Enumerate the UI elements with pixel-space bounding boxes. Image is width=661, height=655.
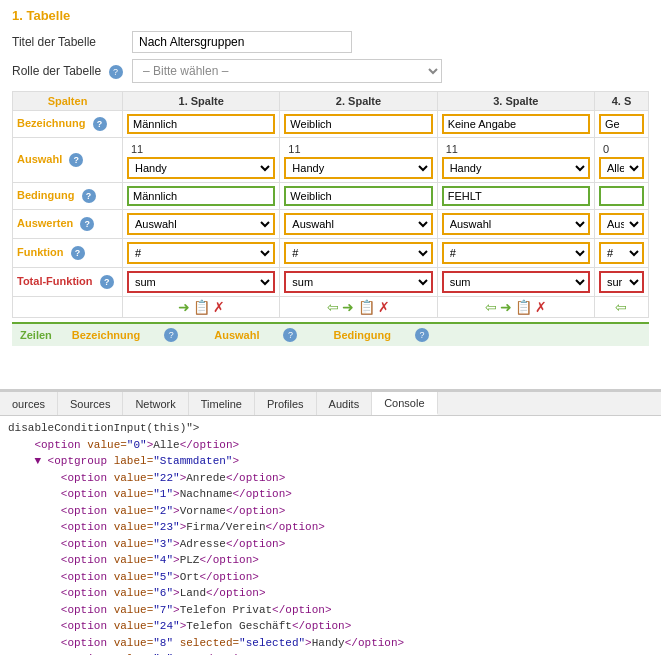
tab-timeline[interactable]: Timeline xyxy=(189,392,255,415)
bedingung-help-icon[interactable]: ? xyxy=(82,189,96,203)
actions-label-cell xyxy=(13,297,123,318)
left-col2-btn[interactable]: ⇦ xyxy=(327,299,339,315)
code-line-2: ▼ <optgroup label="Stammdaten"> xyxy=(8,453,653,470)
bezeichnung-col1-input[interactable] xyxy=(127,114,275,134)
totalfunktion-col1-cell: sum xyxy=(123,268,280,297)
bezeichnung-help-icon[interactable]: ? xyxy=(93,117,107,131)
code-line-1: <option value="0">Alle</option> xyxy=(8,437,653,454)
auswahl-row: Auswahl ? 11 Handy 11 Handy 11 xyxy=(13,138,649,183)
auswerten-col1-select[interactable]: Auswahl xyxy=(127,213,275,235)
auswerten-help-icon[interactable]: ? xyxy=(80,217,94,231)
auswerten-col3-select[interactable]: Auswahl xyxy=(442,213,590,235)
auswahl-col1-select[interactable]: Handy xyxy=(127,157,275,179)
auswerten-col2-select[interactable]: Auswahl xyxy=(284,213,432,235)
bedingung-row: Bedingung ? xyxy=(13,183,649,210)
code-line-6: <option value="23">Firma/Verein</option> xyxy=(8,519,653,536)
funktion-help-icon[interactable]: ? xyxy=(71,246,85,260)
actions-col1-cell: ➜ 📋 ✗ xyxy=(123,297,280,318)
right-col3-btn[interactable]: ➜ xyxy=(500,299,512,315)
role-field-label: Rolle der Tabelle ? xyxy=(12,64,132,79)
right-col2-btn[interactable]: ➜ xyxy=(342,299,354,315)
funktion-col4-select[interactable]: # xyxy=(599,242,644,264)
funktion-row: Funktion ? # # # xyxy=(13,239,649,268)
bezeichnung-row: Bezeichnung ? xyxy=(13,111,649,138)
code-line-8: <option value="4">PLZ</option> xyxy=(8,552,653,569)
funktion-col3-cell: # xyxy=(437,239,594,268)
delete-col2-btn[interactable]: ✗ xyxy=(378,299,390,315)
bedingung-col4-input[interactable] xyxy=(599,186,644,206)
actions-row: ➜ 📋 ✗ ⇦ ➜ 📋 ✗ ⇦ ➜ 📋 ✗ ⇦ xyxy=(13,297,649,318)
totalfunktion-col2-cell: sum xyxy=(280,268,437,297)
auswahl-col4-select[interactable]: Alle xyxy=(599,157,644,179)
copy-col1-btn[interactable]: 📋 xyxy=(193,299,210,315)
bezeichnung-zeilen-help[interactable]: ? xyxy=(164,328,178,342)
tab-console[interactable]: Console xyxy=(372,392,437,415)
totalfunktion-col3-select[interactable]: sum xyxy=(442,271,590,293)
funktion-col2-select[interactable]: # xyxy=(284,242,432,264)
bezeichnung-col2-cell xyxy=(280,111,437,138)
bezeichnung-col3-cell xyxy=(437,111,594,138)
th-spalten: Spalten xyxy=(13,92,123,111)
funktion-label: Funktion ? xyxy=(13,239,123,268)
code-line-12: <option value="24">Telefon Geschäft</opt… xyxy=(8,618,653,635)
code-line-14: <option value="9">Fax</option> xyxy=(8,651,653,655)
left-col4-btn[interactable]: ⇦ xyxy=(615,299,627,315)
code-line-13: <option value="8" selected="selected">Ha… xyxy=(8,635,653,652)
tab-network[interactable]: Sources xyxy=(58,392,123,415)
add-col1-btn[interactable]: ➜ xyxy=(178,299,190,315)
zeilen-label: Zeilen xyxy=(20,329,52,341)
bedingung-zeilen-label: Bedingung xyxy=(333,329,390,341)
role-help-icon[interactable]: ? xyxy=(109,65,123,79)
bedingung-col2-input[interactable] xyxy=(284,186,432,206)
title-field-input[interactable] xyxy=(132,31,352,53)
bedingung-col1-input[interactable] xyxy=(127,186,275,206)
auswahl-help-icon[interactable]: ? xyxy=(69,153,83,167)
totalfunktion-col1-select[interactable]: sum xyxy=(127,271,275,293)
totalfunktion-help-icon[interactable]: ? xyxy=(100,275,114,289)
bezeichnung-col2-input[interactable] xyxy=(284,114,432,134)
funktion-col1-select[interactable]: # xyxy=(127,242,275,264)
auswahl-col2-select[interactable]: Handy xyxy=(284,157,432,179)
auswerten-col4-select[interactable]: Aus xyxy=(599,213,644,235)
tab-sources-left[interactable]: ources xyxy=(0,392,58,415)
auswahl-col3-num: 11 xyxy=(442,141,590,157)
auswahl-zeilen-label: Auswahl xyxy=(214,329,259,341)
totalfunktion-col4-cell: sur xyxy=(594,268,648,297)
auswahl-col3-select[interactable]: Handy xyxy=(442,157,590,179)
auswahl-col1-num: 11 xyxy=(127,141,275,157)
code-line-11: <option value="7">Telefon Privat</option… xyxy=(8,602,653,619)
console-label: Console xyxy=(384,397,424,409)
bezeichnung-col4-cell xyxy=(594,111,648,138)
auswerten-label: Auswerten ? xyxy=(13,210,123,239)
bezeichnung-col4-input[interactable] xyxy=(599,114,644,134)
left-col3-btn[interactable]: ⇦ xyxy=(485,299,497,315)
bedingung-zeilen-help[interactable]: ? xyxy=(415,328,429,342)
audits-label: Audits xyxy=(329,398,360,410)
sources-label: Network xyxy=(135,398,175,410)
auswahl-col3-cell: 11 Handy xyxy=(437,138,594,183)
funktion-col3-select[interactable]: # xyxy=(442,242,590,264)
title-row: Titel der Tabelle xyxy=(12,31,649,53)
copy-col2-btn[interactable]: 📋 xyxy=(358,299,375,315)
tab-profiles[interactable]: Profiles xyxy=(255,392,317,415)
role-row: Rolle der Tabelle ? – Bitte wählen – xyxy=(12,59,649,83)
tab-sources[interactable]: Network xyxy=(123,392,188,415)
bezeichnung-col3-input[interactable] xyxy=(442,114,590,134)
auswahl-col2-cell: 11 Handy xyxy=(280,138,437,183)
title-field-label: Titel der Tabelle xyxy=(12,35,132,49)
auswerten-col2-cell: Auswahl xyxy=(280,210,437,239)
th-col4: 4. S xyxy=(594,92,648,111)
bedingung-col3-input[interactable] xyxy=(442,186,590,206)
role-select[interactable]: – Bitte wählen – xyxy=(132,59,442,83)
auswerten-col1-cell: Auswahl xyxy=(123,210,280,239)
delete-col1-btn[interactable]: ✗ xyxy=(213,299,225,315)
totalfunktion-col2-select[interactable]: sum xyxy=(284,271,432,293)
totalfunktion-col4-select[interactable]: sur xyxy=(599,271,644,293)
code-line-0: disableConditionInput(this)"> xyxy=(8,420,653,437)
copy-col3-btn[interactable]: 📋 xyxy=(515,299,532,315)
totalfunktion-col3-cell: sum xyxy=(437,268,594,297)
funktion-col4-cell: # xyxy=(594,239,648,268)
delete-col3-btn[interactable]: ✗ xyxy=(535,299,547,315)
tab-audits[interactable]: Audits xyxy=(317,392,373,415)
auswahl-zeilen-help[interactable]: ? xyxy=(283,328,297,342)
